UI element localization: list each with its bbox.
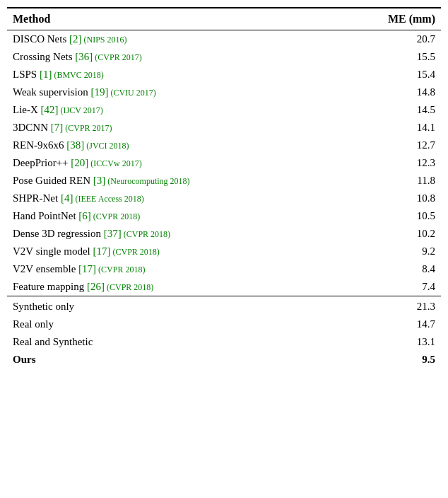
method-name: Real only xyxy=(13,318,54,330)
method-name: Weak supervision xyxy=(13,86,90,98)
method-name: 3DCNN xyxy=(13,122,51,133)
metric-value: 9.5 xyxy=(338,351,441,369)
table-row: Weak supervision [19] (CVIU 2017)14.8 xyxy=(7,83,441,101)
table-row: Synthetic only21.3 xyxy=(7,296,441,316)
metric-value: 15.5 xyxy=(338,48,441,66)
reference-link: [1] xyxy=(40,69,52,80)
method-name: Lie-X xyxy=(13,104,41,115)
method-cell: Dense 3D regression [37] (CVPR 2018) xyxy=(7,225,338,243)
reference-link: [6] xyxy=(78,210,91,221)
metric-value: 21.3 xyxy=(338,296,441,316)
venue-label: (CVPR 2018) xyxy=(96,265,145,274)
venue-label: (CVPR 2017) xyxy=(63,123,112,133)
table-row: Crossing Nets [36] (CVPR 2017)15.5 xyxy=(7,48,441,66)
metric-value: 14.1 xyxy=(338,119,441,137)
venue-label: (CVPR 2018) xyxy=(110,247,159,257)
venue-label: (CVPR 2018) xyxy=(122,229,170,239)
method-cell: REN-9x6x6 [38] (JVCI 2018) xyxy=(7,137,338,154)
method-name: Dense 3D regression xyxy=(13,228,104,239)
metric-value: 14.7 xyxy=(338,315,441,333)
method-name: SHPR-Net xyxy=(13,192,61,204)
method-name: V2V single model xyxy=(13,245,93,257)
table-row: V2V single model [17] (CVPR 2018)9.2 xyxy=(7,243,441,260)
metric-value: 20.7 xyxy=(338,30,441,49)
table-row: 3DCNN [7] (CVPR 2017)14.1 xyxy=(7,119,441,137)
table-row: Feature mapping [26] (CVPR 2018)7.4 xyxy=(7,278,441,296)
metric-value: 10.5 xyxy=(338,207,441,225)
method-cell: Feature mapping [26] (CVPR 2018) xyxy=(7,278,338,296)
method-name: Hand PointNet xyxy=(13,210,78,221)
method-name: Crossing Nets xyxy=(13,51,75,62)
venue-label: (JVCI 2018) xyxy=(84,141,129,151)
venue-label: (CVIU 2017) xyxy=(108,88,155,98)
metric-value: 15.4 xyxy=(338,66,441,83)
venue-label: (ICCVw 2017) xyxy=(88,158,141,168)
comparison-table: Method ME (mm) DISCO Nets [2] (NIPS 2016… xyxy=(7,7,441,369)
metric-value: 9.2 xyxy=(338,243,441,260)
table-row: Ours9.5 xyxy=(7,351,441,369)
reference-link: [7] xyxy=(51,122,64,133)
method-cell: Lie-X [42] (IJCV 2017) xyxy=(7,101,338,119)
metric-value: 8.4 xyxy=(338,260,441,278)
metric-value: 12.7 xyxy=(338,137,441,154)
table-row: Real only14.7 xyxy=(7,315,441,333)
method-name: Pose Guided REN xyxy=(13,175,93,186)
method-cell: DeepPrior++ [20] (ICCVw 2017) xyxy=(7,154,338,172)
venue-label: (Neurocomputing 2018) xyxy=(105,176,189,186)
reference-link: [2] xyxy=(69,33,82,45)
reference-link: [37] xyxy=(104,228,122,239)
reference-link: [42] xyxy=(41,104,59,115)
method-cell: Ours xyxy=(7,351,338,369)
method-name: DeepPrior++ xyxy=(13,157,71,168)
reference-link: [4] xyxy=(61,192,73,204)
metric-value: 10.2 xyxy=(338,225,441,243)
venue-label: (CVPR 2017) xyxy=(93,52,141,62)
method-cell: Real and Synthetic xyxy=(7,333,338,351)
table-row: Hand PointNet [6] (CVPR 2018)10.5 xyxy=(7,207,441,225)
table-row: REN-9x6x6 [38] (JVCI 2018)12.7 xyxy=(7,137,441,154)
table-row: DeepPrior++ [20] (ICCVw 2017)12.3 xyxy=(7,154,441,172)
method-cell: Hand PointNet [6] (CVPR 2018) xyxy=(7,207,338,225)
table-row: Dense 3D regression [37] (CVPR 2018)10.2 xyxy=(7,225,441,243)
metric-value: 14.8 xyxy=(338,83,441,101)
method-cell: V2V single model [17] (CVPR 2018) xyxy=(7,243,338,260)
table-row: LSPS [1] (BMVC 2018)15.4 xyxy=(7,66,441,83)
method-cell: LSPS [1] (BMVC 2018) xyxy=(7,66,338,83)
metric-value: 13.1 xyxy=(338,333,441,351)
table-row: V2V ensemble [17] (CVPR 2018)8.4 xyxy=(7,260,441,278)
table-row: SHPR-Net [4] (IEEE Access 2018)10.8 xyxy=(7,190,441,207)
reference-link: [38] xyxy=(66,139,84,151)
method-cell: SHPR-Net [4] (IEEE Access 2018) xyxy=(7,190,338,207)
method-name: Real and Synthetic xyxy=(13,336,93,347)
method-name: DISCO Nets xyxy=(13,33,69,45)
table-row: DISCO Nets [2] (NIPS 2016)20.7 xyxy=(7,30,441,49)
method-cell: Real only xyxy=(7,315,338,333)
reference-link: [17] xyxy=(93,245,110,257)
method-cell: DISCO Nets [2] (NIPS 2016) xyxy=(7,30,338,49)
metric-value: 14.5 xyxy=(338,101,441,119)
method-cell: Synthetic only xyxy=(7,296,338,316)
method-cell: Crossing Nets [36] (CVPR 2017) xyxy=(7,48,338,66)
reference-link: [26] xyxy=(87,281,105,292)
metric-value: 11.8 xyxy=(338,172,441,190)
method-cell: Weak supervision [19] (CVIU 2017) xyxy=(7,83,338,101)
table-row: Real and Synthetic13.1 xyxy=(7,333,441,351)
metric-value: 12.3 xyxy=(338,154,441,172)
venue-label: (BMVC 2018) xyxy=(52,70,103,80)
reference-link: [17] xyxy=(78,263,96,274)
method-name: V2V ensemble xyxy=(13,263,78,274)
method-cell: 3DCNN [7] (CVPR 2017) xyxy=(7,119,338,137)
method-name: LSPS xyxy=(13,69,40,80)
metric-value: 7.4 xyxy=(338,278,441,296)
method-cell: Pose Guided REN [3] (Neurocomputing 2018… xyxy=(7,172,338,190)
table-row: Pose Guided REN [3] (Neurocomputing 2018… xyxy=(7,172,441,190)
venue-label: (CVPR 2018) xyxy=(91,212,140,221)
venue-label: (NIPS 2016) xyxy=(82,35,127,45)
reference-link: [3] xyxy=(93,175,106,186)
method-name: Synthetic only xyxy=(13,301,74,312)
reference-link: [36] xyxy=(75,51,93,62)
metric-column-header: ME (mm) xyxy=(338,8,441,30)
reference-link: [19] xyxy=(90,86,108,98)
method-column-header: Method xyxy=(7,8,338,30)
reference-link: [20] xyxy=(71,157,88,168)
